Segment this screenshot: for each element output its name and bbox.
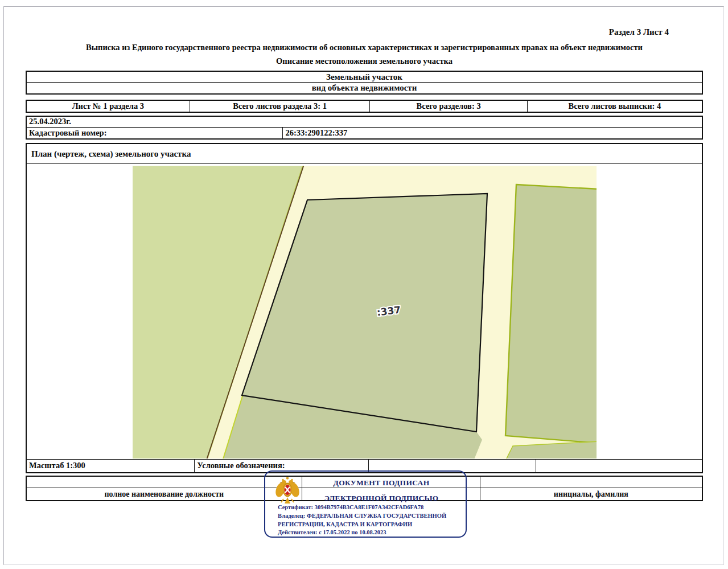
digital-signature-stamp: ДОКУМЕНТ ПОДПИСАН ЭЛЕКТРОННОЙ ПОДПИСЬЮ С… <box>264 470 467 538</box>
object-type-value: Земельный участок <box>27 72 702 82</box>
cadastral-number-value: 26:33:290122:337 <box>282 128 702 138</box>
signature-name-empty <box>480 477 702 488</box>
object-type-table: Земельный участок вид объекта недвижимос… <box>26 71 703 95</box>
object-type-caption: вид объекта недвижимости <box>27 83 702 93</box>
stamp-owner-line2: РЕГИСТРАЦИИ, КАДАСТРА И КАРТОГРАФИИ <box>278 521 462 527</box>
rosreestr-eagle-icon <box>275 476 299 506</box>
adjacent-parcel-right <box>505 185 597 445</box>
sheet-number-cell: Лист № 1 раздела 3 <box>27 101 190 112</box>
total-extract-sheets-cell: Всего листов выписки: 4 <box>527 101 702 112</box>
info-table: 25.04.2023г. Кадастровый номер: 26:33:29… <box>26 116 703 140</box>
document-subtitle: Описание местоположения земельного участ… <box>26 56 703 66</box>
position-label: полное наименование должности <box>27 488 302 500</box>
plan-title: План (чертеж, схема) земельного участка <box>27 144 702 163</box>
document-title: Выписка из Единого государственного реес… <box>26 43 703 52</box>
stamp-line1: ДОКУМЕНТ ПОДПИСАН <box>301 478 462 488</box>
extract-date: 25.04.2023г. <box>27 117 702 127</box>
stamp-validity: Действителен: с 17.05.2022 по 10.08.2023 <box>278 529 462 535</box>
sheets-table: Лист № 1 раздела 3 Всего листов раздела … <box>26 100 703 113</box>
section-sheet-header: Раздел 3 Лист 4 <box>26 27 669 37</box>
plan-table: План (чертеж, схема) земельного участка <box>26 143 703 473</box>
total-sections-cell: Всего разделов: 3 <box>369 101 527 112</box>
signature-position-empty <box>27 477 302 488</box>
name-label: инициалы, фамилия <box>480 488 702 500</box>
cadastral-map: :337 <box>133 166 597 459</box>
cadastral-number-label: Кадастровый номер: <box>27 128 282 138</box>
total-sheets-section-cell: Всего листов раздела 3: 1 <box>190 101 370 112</box>
plan-map-cell: :337 <box>27 164 702 460</box>
scale-label: Масштаб 1:300 <box>27 460 194 472</box>
legend-empty-cell-2 <box>536 460 702 472</box>
stamp-line2: ЭЛЕКТРОННОЙ ПОДПИСЬЮ <box>301 494 462 503</box>
stamp-certificate: Сертификат: 3094B7974B3CA8E1F07A342CFAD6… <box>278 504 462 510</box>
stamp-owner-line1: Владелец: ФЕДЕРАЛЬНАЯ СЛУЖБА ГОСУДАРСТВЕ… <box>278 513 462 519</box>
